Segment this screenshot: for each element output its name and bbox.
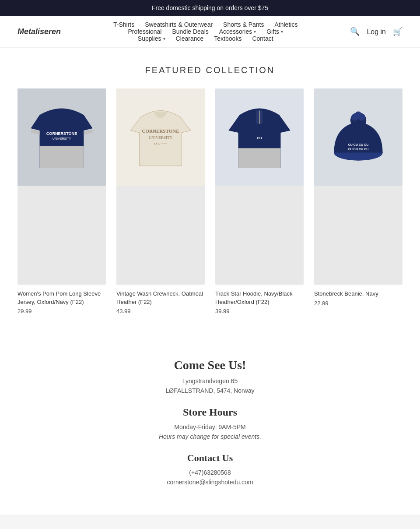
contact-title: Contact Us (18, 452, 402, 464)
address-line-1: Lyngstrandvegen 65 (18, 377, 402, 384)
product-price-4: 22.99 (314, 300, 402, 307)
product-card-1[interactable]: CORNERSTONE UNIVERSITY Women's Pom Pom L… (18, 88, 106, 314)
product-1-svg: CORNERSTONE UNIVERSITY (18, 88, 106, 186)
accessories-chevron-icon: ▾ (254, 29, 256, 34)
product-2-svg: CORNERSTONE UNIVERSITY EST. ~~~~ (116, 88, 205, 186)
address-line-2: LØFALLSTRAND, 5474, Norway (18, 387, 402, 394)
nav-clearance[interactable]: Clearance (176, 35, 204, 42)
nav-gifts-dropdown[interactable]: Gifts ▾ (266, 28, 283, 35)
nav-bundle-deals[interactable]: Bundle Deals (172, 28, 208, 35)
svg-text:CU: CU (257, 136, 262, 140)
featured-collection: FEATURED COLLECTION CORNERSTONE UNIVERSI… (0, 48, 420, 341)
svg-point-18 (355, 112, 362, 119)
product-card-4[interactable]: CU CU CU CU CU CU CU CU Stonebreck Beani… (314, 88, 402, 314)
info-section: Come See Us! Lyngstrandvegen 65 LØFALLST… (0, 341, 420, 515)
hours-note: Hours may change for special events. (18, 433, 402, 440)
header-icons: 🔍 Log in 🛒 (350, 27, 402, 36)
nav-accessories-dropdown[interactable]: Accessories ▾ (219, 28, 256, 35)
product-card-2[interactable]: CORNERSTONE UNIVERSITY EST. ~~~~ Vintage… (116, 88, 205, 314)
svg-text:UNIVERSITY: UNIVERSITY (52, 137, 71, 140)
user-icon: Log in (367, 28, 386, 35)
product-price-3: 39.99 (215, 308, 304, 314)
email: cornerstone@slingshotedu.com (18, 479, 402, 486)
nav-athletics[interactable]: Athletics (275, 21, 298, 28)
announcement-text: Free domestic shipping on orders over $7… (152, 4, 268, 11)
svg-rect-9 (238, 148, 281, 168)
login-button[interactable]: Log in (367, 27, 386, 36)
product-name-4: Stonebreck Beanie, Navy (314, 290, 402, 298)
product-3-svg: CU (215, 88, 304, 186)
product-price-2: 43.99 (116, 308, 205, 314)
cart-button[interactable]: 🛒 (393, 27, 402, 36)
product-image-1: CORNERSTONE UNIVERSITY (18, 88, 106, 285)
svg-text:CU CU CU CU: CU CU CU CU (348, 143, 369, 146)
search-button[interactable]: 🔍 (350, 27, 360, 36)
nav-gifts-label: Gifts (266, 28, 279, 35)
search-icon: 🔍 (350, 27, 360, 36)
product-image-2: CORNERSTONE UNIVERSITY EST. ~~~~ (116, 88, 205, 285)
product-image-3: CU (215, 88, 304, 285)
main-nav: T-Shirts Sweatshirts & Outerwear Shorts … (61, 21, 350, 42)
nav-t-shirts[interactable]: T-Shirts (113, 21, 134, 28)
svg-text:UNIVERSITY: UNIVERSITY (149, 135, 173, 140)
site-logo[interactable]: Metaliseren (18, 27, 61, 36)
product-grid: CORNERSTONE UNIVERSITY Women's Pom Pom L… (18, 88, 402, 314)
product-card-3[interactable]: CU Track Star Hoodie, Navy/Black Heather… (215, 88, 304, 314)
nav-supplies-label: Supplies (138, 35, 161, 42)
nav-shorts-pants[interactable]: Shorts & Pants (223, 21, 264, 28)
announcement-bar: Free domestic shipping on orders over $7… (0, 0, 420, 16)
nav-contact[interactable]: Contact (252, 35, 273, 42)
nav-sweatshirts[interactable]: Sweatshirts & Outerwear (145, 21, 213, 28)
nav-row-1: T-Shirts Sweatshirts & Outerwear Shorts … (113, 21, 298, 28)
nav-textbooks[interactable]: Textbooks (214, 35, 242, 42)
product-name-1: Women's Pom Pom Long Sleeve Jersey, Oxfo… (18, 290, 106, 306)
nav-supplies-dropdown[interactable]: Supplies ▾ (138, 35, 165, 42)
product-4-svg: CU CU CU CU CU CU CU CU (314, 88, 402, 186)
product-name-2: Vintage Wash Crewneck, Oatmeal Heather (… (116, 290, 205, 306)
gifts-chevron-icon: ▾ (281, 29, 283, 34)
nav-accessories-label: Accessories (219, 28, 252, 35)
dell-section: Interested in Special Deals on Laptops T… (0, 515, 420, 529)
cart-icon: 🛒 (393, 27, 402, 36)
svg-text:CORNERSTONE: CORNERSTONE (46, 131, 77, 136)
phone: (+47)63280568 (18, 469, 402, 476)
nav-professional[interactable]: Professional (128, 28, 161, 35)
svg-rect-1 (40, 146, 84, 168)
product-price-1: 29.99 (18, 308, 106, 314)
site-header: Metaliseren T-Shirts Sweatshirts & Outer… (0, 16, 420, 48)
nav-row-3: Supplies ▾ Clearance Textbooks Contact (138, 35, 273, 42)
svg-text:CORNERSTONE: CORNERSTONE (142, 128, 179, 134)
featured-title: FEATURED COLLECTION (18, 65, 402, 75)
svg-text:CU CU CU CU: CU CU CU CU (348, 148, 369, 151)
nav-row-2: Professional Bundle Deals Accessories ▾ … (128, 28, 283, 35)
come-see-us-title: Come See Us! (18, 358, 402, 372)
store-hours-title: Store Hours (18, 406, 402, 418)
supplies-chevron-icon: ▾ (163, 36, 165, 41)
product-image-4: CU CU CU CU CU CU CU CU (314, 88, 402, 285)
store-hours: Monday-Friday: 9AM-5PM (18, 423, 402, 430)
svg-text:EST. ~~~~: EST. ~~~~ (154, 142, 168, 145)
product-name-3: Track Star Hoodie, Navy/Black Heather/Ox… (215, 290, 304, 306)
